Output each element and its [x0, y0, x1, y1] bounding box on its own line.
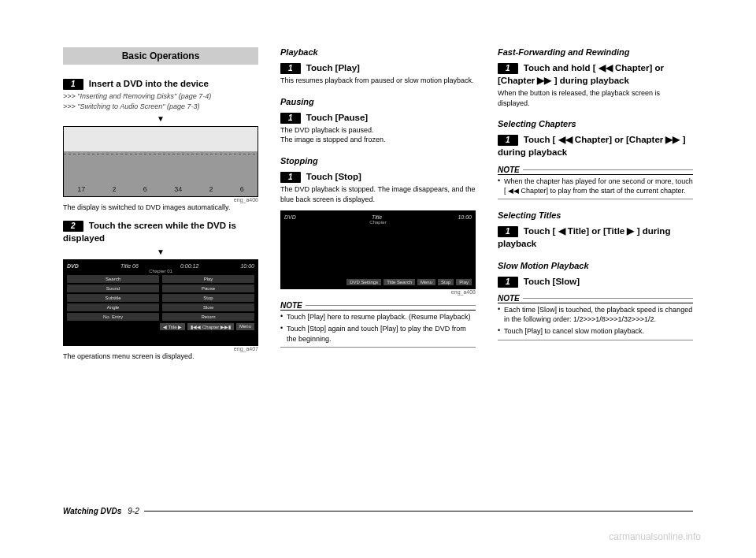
step-badge: 1: [498, 226, 518, 237]
pausing-step: 1 Touch [Pause]: [280, 111, 476, 124]
figure-dvd-image: 17263426: [63, 126, 258, 197]
pausing-body1: The DVD playback is paused.: [280, 125, 476, 136]
page-footer: Watching DVDs 9-2: [63, 507, 693, 515]
note-divider: [498, 199, 693, 199]
note-header: NOTE: [498, 166, 693, 175]
title-label: Title 06: [120, 263, 139, 269]
title-label: Title: [372, 214, 382, 220]
step-badge: 1: [280, 172, 301, 183]
chapters-step: 1 Touch [ ◀◀ Chapter] or [Chapter ▶▶ ] d…: [498, 133, 693, 158]
note-block: Touch [Play] here to resume playback. (R…: [280, 312, 476, 343]
dvd-label: DVD: [67, 263, 79, 269]
column-3: Fast-Forwarding and Rewinding 1 Touch an…: [498, 47, 693, 368]
menu-btn: Pause: [162, 285, 254, 292]
note-header: NOTE: [280, 301, 476, 311]
clock-label: 10:00: [458, 214, 472, 220]
note-item: When the chapter has played for one seco…: [498, 177, 693, 195]
note-divider: [280, 347, 476, 348]
footer-page: 9-2: [128, 507, 139, 515]
step-badge: 1: [63, 79, 83, 90]
stopping-head: Stopping: [280, 156, 476, 166]
note-item: Touch [Play] here to resume playback. (R…: [280, 312, 476, 322]
column-2: Playback 1 Touch [Play] This resumes pla…: [280, 47, 476, 368]
clock-label: 10:00: [240, 263, 254, 269]
slow-head: Slow Motion Playback: [498, 261, 693, 270]
step-badge: 1: [280, 63, 301, 74]
figure-operations-menu: DVD Title 06 0:00:12 10:00 Chapter 01 Se…: [63, 259, 258, 346]
figure-id: eng_a408: [280, 289, 476, 295]
bottom-btn: ◀ Title ▶: [160, 323, 185, 330]
ff-head: Fast-Forwarding and Rewinding: [498, 47, 693, 57]
stopping-body: The DVD playback is stopped. The image d…: [280, 184, 476, 204]
note-block: When the chapter has played for one seco…: [498, 177, 693, 195]
section-header: Basic Operations: [63, 47, 258, 65]
step-badge: 2: [63, 221, 83, 232]
pausing-head: Pausing: [280, 97, 476, 106]
down-arrow-icon: ▼: [63, 247, 258, 256]
note-item: Touch [Stop] again and touch [Play] to p…: [280, 324, 476, 343]
bottom-btn: ▮◀◀ Chapter ▶▶▮: [187, 323, 234, 330]
menu-btn: No. Entry: [67, 313, 159, 321]
playback-head: Playback: [280, 47, 476, 57]
menu-btn: Angle: [67, 303, 159, 311]
titles-step-text: Touch [ ◀ Title] or [Title ▶ ] during pl…: [498, 226, 670, 248]
chapter-sub: Chapter: [284, 220, 472, 225]
note-divider: [498, 340, 693, 340]
step-1: 1 Insert a DVD into the device: [63, 77, 258, 90]
manual-page: Basic Operations 1 Insert a DVD into the…: [0, 0, 756, 392]
pausing-step-text: Touch [Pause]: [306, 113, 368, 122]
note-item: Each time [Slow] is touched, the playbac…: [498, 305, 693, 324]
menu-btn: Search: [67, 275, 159, 283]
slow-step-text: Touch [Slow]: [524, 277, 580, 286]
bottom-btn: Menu: [417, 279, 435, 285]
ff-step-text: Touch and hold [ ◀◀ Chapter] or [Chapter…: [498, 63, 664, 85]
bottom-btn: Stop: [438, 279, 454, 285]
step-1-text: Insert a DVD into the device: [89, 79, 209, 88]
figure-1-caption: The display is switched to DVD images au…: [63, 203, 258, 213]
time-label: 0:00:12: [180, 263, 198, 269]
figure-2-caption: The operations menu screen is displayed.: [63, 352, 258, 362]
pausing-body2: The image is stopped and frozen.: [280, 135, 476, 145]
menu-btn: Sound: [67, 285, 159, 292]
playback-step: 1 Touch [Play]: [280, 61, 476, 74]
slow-step: 1 Touch [Slow]: [498, 275, 693, 288]
titles-head: Selecting Titles: [498, 210, 693, 220]
figure-stopped-screen: DVD Title 10:00 Chapter DVD Settings Tit…: [280, 210, 476, 289]
footer-rule: [144, 511, 693, 512]
xref-2: >>> "Switching to Audio Screen" (page 7-…: [63, 102, 258, 112]
figure-id: eng_a407: [63, 346, 258, 352]
bottom-btn: Menu: [236, 323, 254, 330]
bottom-btn: Play: [456, 279, 472, 285]
stopping-step-text: Touch [Stop]: [306, 172, 361, 181]
ff-step: 1 Touch and hold [ ◀◀ Chapter] or [Chapt…: [498, 61, 693, 87]
menu-btn: Stop: [162, 294, 254, 302]
note-block: Each time [Slow] is touched, the playbac…: [498, 305, 693, 336]
chapters-step-text: Touch [ ◀◀ Chapter] or [Chapter ▶▶ ] dur…: [498, 135, 686, 157]
menu-btn: Slow: [162, 303, 254, 311]
menu-btn: Return: [162, 313, 254, 321]
down-arrow-icon: ▼: [63, 114, 258, 123]
watermark: carmanualsonline.info: [609, 531, 701, 542]
column-1: Basic Operations 1 Insert a DVD into the…: [63, 47, 258, 368]
note-header: NOTE: [498, 294, 693, 303]
playback-step-text: Touch [Play]: [306, 63, 360, 73]
chapters-head: Selecting Chapters: [498, 119, 693, 128]
bottom-btn: DVD Settings: [346, 279, 381, 285]
bottom-btn: Title Search: [384, 279, 415, 285]
stopping-step: 1 Touch [Stop]: [280, 170, 476, 183]
step-2-text: Touch the screen while the DVD is displa…: [63, 221, 236, 243]
menu-btn: Subtitle: [67, 294, 159, 302]
ff-body: When the button is released, the playbac…: [498, 88, 693, 108]
playback-body: This resumes playback from paused or slo…: [280, 76, 476, 86]
step-badge: 1: [498, 63, 518, 74]
figure-id: eng_a406: [63, 197, 258, 203]
dvd-label: DVD: [284, 214, 296, 220]
step-2: 2 Touch the screen while the DVD is disp…: [63, 219, 258, 244]
titles-step: 1 Touch [ ◀ Title] or [Title ▶ ] during …: [498, 225, 693, 250]
step-badge: 1: [498, 135, 518, 146]
chapter-sub: Chapter 01: [67, 269, 254, 273]
step-badge: 1: [280, 113, 301, 124]
footer-label: Watching DVDs: [63, 507, 121, 515]
menu-btn: Play: [162, 275, 254, 283]
xref-1: >>> "Inserting and Removing Disks" (page…: [63, 91, 258, 102]
